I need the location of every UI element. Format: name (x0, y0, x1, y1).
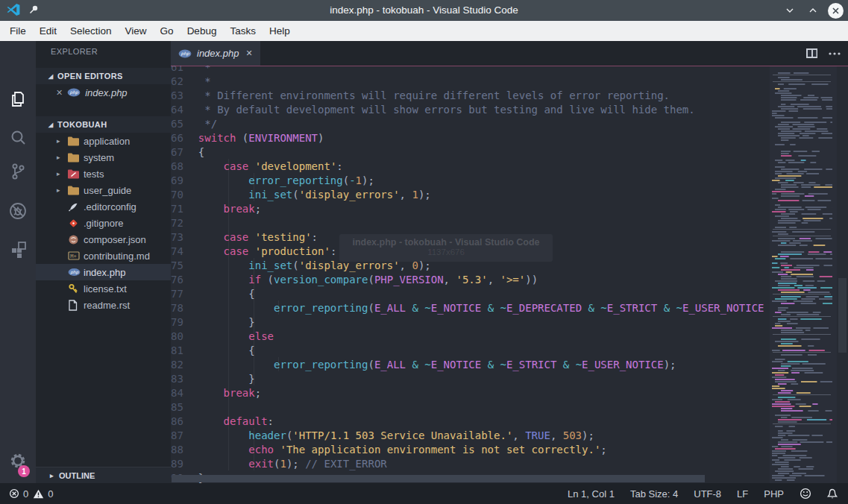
tree-item-tests[interactable]: ▸tests (36, 166, 171, 182)
close-button[interactable] (828, 3, 844, 19)
vertical-scrollbar[interactable] (837, 66, 848, 483)
line-number[interactable]: 82 (171, 359, 198, 371)
line-number[interactable]: 76 (171, 274, 198, 286)
code-line[interactable]: 88 echo 'The application environment is … (171, 442, 770, 456)
split-editor-icon[interactable] (805, 48, 818, 59)
tree-item-application[interactable]: ▸application (36, 133, 171, 149)
line-number[interactable]: 69 (171, 174, 198, 186)
code-line[interactable]: 61 * (171, 66, 770, 74)
code-line[interactable]: 80 else (171, 329, 770, 343)
code-line[interactable]: 87 header('HTTP/1.1 503 Service Unavaila… (171, 428, 770, 442)
tree-item-composer-json[interactable]: composer.json (36, 231, 171, 248)
minimap[interactable] (770, 66, 837, 483)
code-line[interactable]: 69 error_reporting(-1); (171, 173, 770, 187)
line-number[interactable]: 68 (171, 160, 198, 172)
menu-help[interactable]: Help (263, 22, 297, 40)
code-line[interactable]: 63 * Different environments will require… (171, 88, 770, 102)
code-line[interactable]: 84 break; (171, 385, 770, 400)
code-line[interactable]: 65 */ (171, 116, 770, 130)
tree-item-system[interactable]: ▸system (36, 149, 171, 166)
settings-gear-icon[interactable] (0, 452, 36, 470)
tree-item-gitignore[interactable]: .gitignore (36, 215, 171, 231)
line-number[interactable]: 79 (171, 316, 198, 328)
code-line[interactable]: 70 ini_set('display_errors', 1); (171, 187, 770, 201)
line-number[interactable]: 63 (171, 89, 198, 101)
menu-debug[interactable]: Debug (180, 22, 224, 40)
tree-item-editorconfig[interactable]: .editorconfig (36, 198, 171, 215)
problems-errors[interactable]: 0 (9, 488, 28, 500)
line-number[interactable]: 85 (171, 401, 198, 413)
line-number[interactable]: 81 (171, 344, 198, 356)
feedback-smiley-icon[interactable] (800, 488, 811, 500)
line-number[interactable]: 88 (171, 444, 198, 456)
line-number[interactable]: 84 (171, 387, 198, 399)
line-number[interactable]: 62 (171, 75, 198, 87)
line-number[interactable]: 80 (171, 330, 198, 342)
line-number[interactable]: 66 (171, 132, 198, 144)
menu-file[interactable]: File (3, 22, 33, 40)
maximize-button[interactable] (805, 2, 821, 19)
line-number[interactable]: 72 (171, 217, 198, 229)
encoding[interactable]: UTF-8 (694, 488, 721, 500)
line-number[interactable]: 65 (171, 118, 198, 130)
line-number[interactable]: 75 (171, 259, 198, 271)
indentation[interactable]: Tab Size: 4 (630, 488, 678, 500)
tree-item-readme-rst[interactable]: readme.rst (36, 297, 171, 313)
cursor-position[interactable]: Ln 1, Col 1 (568, 488, 615, 500)
code-editor[interactable]: 61 *62 *63 * Different environments will… (171, 66, 848, 483)
tab-index-php[interactable]: php index.php ✕ (171, 41, 260, 66)
code-line[interactable]: 66switch (ENVIRONMENT) (171, 130, 770, 145)
search-icon[interactable] (0, 123, 36, 153)
horizontal-scrollbar[interactable] (172, 475, 705, 482)
code-line[interactable]: 62 * (171, 74, 770, 88)
title-bar[interactable]: index.php - tokobuah - Visual Studio Cod… (0, 0, 848, 21)
tree-item-license-txt[interactable]: license.txt (36, 280, 171, 297)
menu-go[interactable]: Go (154, 22, 180, 40)
code-line[interactable]: 85 (171, 400, 770, 414)
chevron-right-icon[interactable]: ▸ (57, 186, 64, 194)
line-number[interactable]: 74 (171, 245, 198, 257)
code-line[interactable]: 72 (171, 215, 770, 230)
tree-item-index-php[interactable]: phpindex.php (36, 264, 171, 280)
line-number[interactable]: 67 (171, 146, 198, 158)
code-line[interactable]: 67{ (171, 145, 770, 159)
code-view[interactable]: 61 *62 *63 * Different environments will… (171, 66, 770, 483)
line-number[interactable]: 64 (171, 104, 198, 116)
menu-tasks[interactable]: Tasks (223, 22, 263, 40)
code-line[interactable]: 81 { (171, 343, 770, 357)
open-editor-item[interactable]: ✕ php index.php (36, 84, 171, 101)
code-line[interactable]: 82 error_reporting(E_ALL & ~E_NOTICE & ~… (171, 357, 770, 371)
menu-selection[interactable]: Selection (63, 22, 119, 40)
extensions-icon[interactable] (0, 235, 36, 265)
more-actions-icon[interactable] (829, 52, 841, 55)
code-line[interactable]: 68 case 'development': (171, 159, 770, 173)
line-number[interactable]: 71 (171, 203, 198, 215)
tree-item-user_guide[interactable]: ▸user_guide (36, 182, 171, 198)
tab-close-icon[interactable]: ✕ (245, 48, 252, 58)
project-folder-header[interactable]: ◢ TOKOBUAH (36, 116, 171, 133)
eol-sequence[interactable]: LF (737, 488, 748, 500)
code-line[interactable]: 71 break; (171, 201, 770, 215)
source-control-icon[interactable] (0, 157, 36, 186)
line-number[interactable]: 73 (171, 231, 198, 243)
menu-edit[interactable]: Edit (33, 22, 63, 40)
outline-header[interactable]: ▸ OUTLINE (36, 467, 171, 483)
scrollbar-slider[interactable] (838, 278, 847, 353)
code-line[interactable]: 86 default: (171, 414, 770, 428)
code-line[interactable]: 77 { (171, 286, 770, 300)
line-number[interactable]: 87 (171, 429, 198, 441)
tree-item-contributing-md[interactable]: M+contributing.md (36, 248, 171, 264)
line-number[interactable]: 86 (171, 415, 198, 427)
explorer-icon[interactable] (0, 84, 36, 114)
menu-view[interactable]: View (119, 22, 154, 40)
line-number[interactable]: 77 (171, 288, 198, 300)
line-number[interactable]: 61 (171, 66, 198, 73)
debug-icon[interactable] (0, 196, 36, 226)
code-line[interactable]: 78 error_reporting(E_ALL & ~E_NOTICE & ~… (171, 300, 770, 315)
code-line[interactable]: 64 * By default development will show er… (171, 102, 770, 116)
line-number[interactable]: 70 (171, 189, 198, 201)
line-number[interactable]: 89 (171, 458, 198, 470)
chevron-right-icon[interactable]: ▸ (57, 154, 64, 161)
code-line[interactable]: 76 if (version_compare(PHP_VERSION, '5.3… (171, 272, 770, 286)
close-editor-icon[interactable]: ✕ (56, 88, 63, 98)
